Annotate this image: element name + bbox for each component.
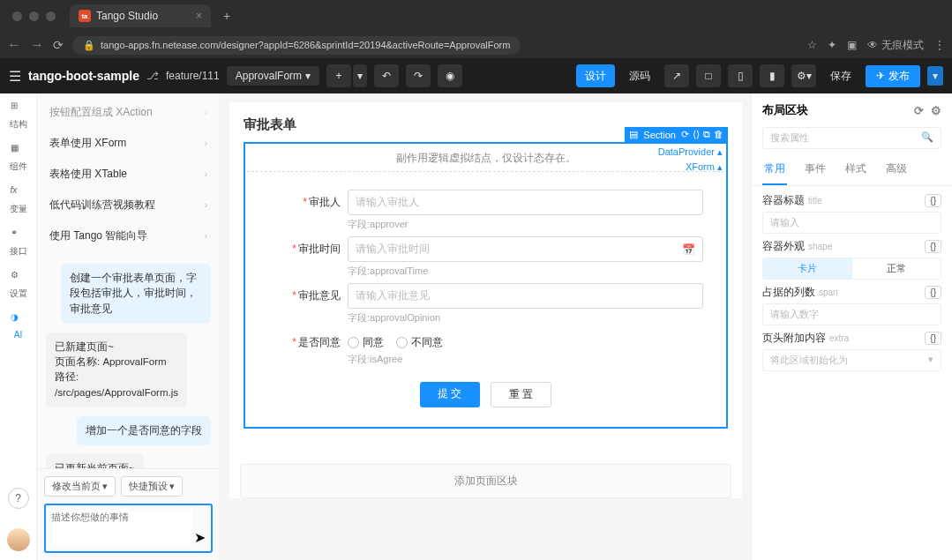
publish-button[interactable]: ✈ 发布 xyxy=(866,65,920,87)
guide-item[interactable]: 表格使用 XTable› xyxy=(37,159,220,190)
ai-panel: 按钮配置组成 XAction› 表单使用 XForm› 表格使用 XTable›… xyxy=(37,93,221,560)
mobile-icon[interactable]: ▮ xyxy=(760,64,784,87)
dataprovider-label[interactable]: DataProvider ▴ xyxy=(658,146,723,158)
design-tab[interactable]: 设计 xyxy=(576,64,615,87)
arrow-tool[interactable]: ↗ xyxy=(664,64,689,87)
new-tab-button[interactable]: + xyxy=(218,5,236,26)
chevron-down-icon: ▾ xyxy=(928,354,933,367)
form: *审批人 请输入审批人 字段:approver *审批时间 请输入审批时间📅 字… xyxy=(247,172,724,425)
branch-icon[interactable]: ⎇ xyxy=(146,70,159,82)
save-button[interactable]: 保存 xyxy=(823,65,858,87)
extensions-icon[interactable]: ✦ xyxy=(828,39,836,51)
guide-item[interactable]: 低代码训练营视频教程› xyxy=(37,190,220,220)
menu-icon[interactable]: ⋮ xyxy=(934,39,945,51)
panel-icon[interactable]: ▣ xyxy=(847,39,857,51)
back-button[interactable]: ← xyxy=(7,37,21,53)
refresh-icon[interactable]: ⟳ xyxy=(681,129,689,140)
chevron-right-icon: › xyxy=(205,200,207,210)
guide-item[interactable]: 使用 Tango 智能向导› xyxy=(37,220,220,251)
section-block[interactable]: ▤ Section ⟳ ⟨⟩ ⧉ 🗑 DataProvider ▴ 副作用逻辑虚… xyxy=(244,142,728,429)
component-icon: ▤ xyxy=(629,129,638,140)
date-input[interactable]: 请输入审批时间📅 xyxy=(348,236,703,262)
rail-ai[interactable]: ◑AI xyxy=(11,312,26,340)
star-icon[interactable]: ☆ xyxy=(807,39,817,51)
tab-style[interactable]: 样式 xyxy=(843,156,868,185)
form-row[interactable]: *审批时间 请输入审批时间📅 字段:approvalTime xyxy=(268,236,703,278)
undo-button[interactable]: ↶ xyxy=(374,64,399,87)
url-field[interactable]: 🔒 tango-apps.fn.netease.com/designer?app… xyxy=(72,36,521,55)
tablet-icon[interactable]: ▯ xyxy=(728,64,753,87)
reload-button[interactable]: ⟳ xyxy=(53,38,64,52)
rail-components[interactable]: ▦组件 xyxy=(10,143,27,173)
gear-icon[interactable]: ⚙ xyxy=(931,104,941,117)
tab-events[interactable]: 事件 xyxy=(803,156,828,185)
publish-dropdown[interactable]: ▾ xyxy=(927,66,943,86)
page-surface[interactable]: 审批表单 ▤ Section ⟳ ⟨⟩ ⧉ 🗑 DataProvider ▴ 副… xyxy=(229,102,742,498)
expression-toggle[interactable]: {} xyxy=(925,332,941,345)
rail-structure[interactable]: ⊞结构 xyxy=(10,101,27,131)
desktop-icon[interactable]: □ xyxy=(696,64,721,87)
forward-button[interactable]: → xyxy=(30,37,44,53)
modify-page-button[interactable]: 修改当前页▾ xyxy=(44,476,116,497)
close-icon[interactable]: × xyxy=(196,10,202,22)
chat-input[interactable]: ➤ xyxy=(44,504,213,553)
window-controls[interactable] xyxy=(5,11,63,21)
property-select[interactable]: 将此区域初始化为▾ xyxy=(762,349,941,371)
guide-item[interactable]: 按钮配置组成 XAction› xyxy=(37,97,220,128)
avatar[interactable] xyxy=(7,528,30,551)
chevron-down-icon: ▾ xyxy=(305,70,311,82)
chevron-right-icon: › xyxy=(205,138,207,148)
text-input[interactable]: 请输入审批人 xyxy=(348,190,703,215)
incognito-badge[interactable]: 👁 无痕模式 xyxy=(867,38,924,53)
source-tab[interactable]: 源码 xyxy=(622,65,657,87)
add-dropdown[interactable]: ▾ xyxy=(353,64,367,87)
tab-advanced[interactable]: 高级 xyxy=(884,156,909,185)
property-input[interactable]: 请输入 xyxy=(762,212,941,234)
chat-textarea[interactable] xyxy=(51,511,192,546)
segment-option[interactable]: 卡片 xyxy=(763,258,852,279)
browser-tab[interactable]: ta Tango Studio × xyxy=(70,4,211,27)
menu-button[interactable]: ☰ xyxy=(9,68,21,85)
rail-settings[interactable]: ⚙设置 xyxy=(10,270,27,300)
expression-toggle[interactable]: {} xyxy=(925,286,941,299)
expression-toggle[interactable]: {} xyxy=(925,240,941,253)
copy-icon[interactable]: ⧉ xyxy=(703,129,710,140)
preview-button[interactable]: ◉ xyxy=(438,64,462,87)
expression-toggle[interactable]: {} xyxy=(925,194,941,207)
components-icon: ▦ xyxy=(11,143,26,159)
code-icon[interactable]: ⟨⟩ xyxy=(693,129,700,140)
form-row[interactable]: *审批人 请输入审批人 字段:approver xyxy=(268,190,703,231)
redo-button[interactable]: ↷ xyxy=(406,64,431,87)
property-row: 页头附加内容extra{} 将此区域初始化为▾ xyxy=(762,331,941,371)
tab-common[interactable]: 常用 xyxy=(762,156,787,185)
text-input[interactable]: 请输入审批意见 xyxy=(348,283,703,309)
help-button[interactable]: ? xyxy=(8,488,29,509)
form-row[interactable]: *是否同意 同意 不同意 字段:isAgree xyxy=(268,330,703,366)
radio-option[interactable]: 同意 xyxy=(348,335,384,350)
radio-option[interactable]: 不同意 xyxy=(396,335,443,350)
add-section-button[interactable]: 添加页面区块 xyxy=(240,464,731,498)
route-dropdown[interactable]: ApprovalForm ▾ xyxy=(227,66,319,86)
settings-dropdown[interactable]: ⚙▾ xyxy=(791,64,816,87)
send-icon[interactable]: ➤ xyxy=(194,529,206,546)
sync-icon[interactable]: ⟳ xyxy=(914,104,924,117)
property-input[interactable]: 请输入数字 xyxy=(762,303,941,325)
presets-button[interactable]: 快捷预设▾ xyxy=(121,476,183,497)
property-row: 容器标题title{} 请输入 xyxy=(762,193,941,234)
segment-option[interactable]: 正常 xyxy=(852,258,941,279)
add-button[interactable]: + xyxy=(326,64,351,87)
delete-icon[interactable]: 🗑 xyxy=(714,129,723,140)
guide-item[interactable]: 表单使用 XForm› xyxy=(37,128,220,159)
rail-api[interactable]: ⚭接口 xyxy=(10,228,27,258)
designer-canvas[interactable]: 审批表单 ▤ Section ⟳ ⟨⟩ ⧉ 🗑 DataProvider ▴ 副… xyxy=(221,93,751,560)
search-input[interactable]: 搜索属性 🔍 xyxy=(762,127,941,149)
form-row[interactable]: *审批意见 请输入审批意见 字段:approvalOpinion xyxy=(268,283,703,325)
reset-button[interactable]: 重 置 xyxy=(491,382,551,407)
branch-label[interactable]: feature/111 xyxy=(166,70,220,82)
submit-button[interactable]: 提 交 xyxy=(420,382,479,407)
chat-footer: 修改当前页▾ 快捷预设▾ ➤ xyxy=(37,468,220,560)
rail-variables[interactable]: fx变量 xyxy=(10,185,27,215)
radio-group[interactable]: 同意 不同意 xyxy=(348,330,703,350)
segmented-control[interactable]: 卡片 正常 xyxy=(762,258,941,280)
xform-label[interactable]: XForm ▴ xyxy=(686,161,723,173)
